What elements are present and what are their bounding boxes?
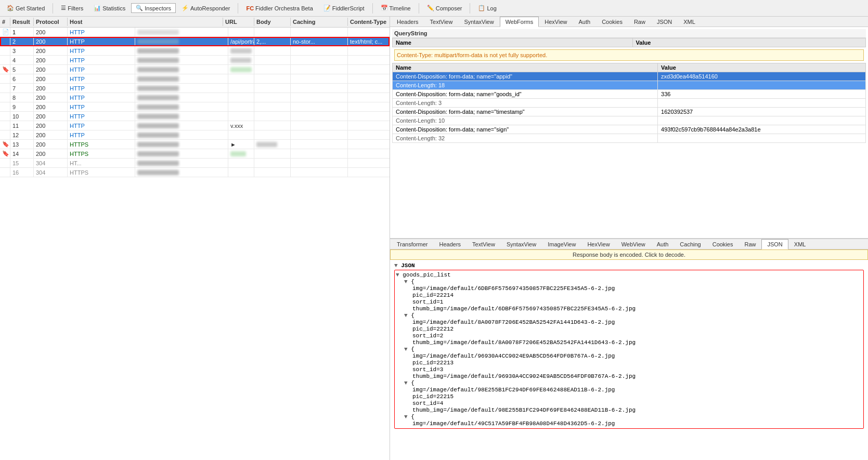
timeline-icon: 📅 xyxy=(381,5,388,11)
json-content: ▼ goods_pic_list ▼ { img=/image/ xyxy=(394,270,864,429)
tab-resp-auth[interactable]: Auth xyxy=(651,239,675,249)
table-row[interactable]: 15 304 HT... xyxy=(0,159,390,168)
fiddler-script-btn[interactable]: 📝 FiddlerScript xyxy=(319,3,369,13)
json-item-0-children: img=/image/default/6DBF6F5756974350857FB… xyxy=(412,285,862,312)
tab-caching[interactable]: Caching xyxy=(674,239,706,249)
json-goods-pic-list-children: ▼ { img=/image/default/6DBF6F57569743508… xyxy=(404,279,862,427)
json-root-label: ▼ JSON xyxy=(394,262,864,269)
tab-webview[interactable]: WebView xyxy=(616,239,651,249)
json-tree: ▼ JSON ▼ goods_pic_list ▼ { xyxy=(390,260,868,461)
right-panel-inner: Headers TextView SyntaxView WebForms Hex… xyxy=(390,17,868,460)
tab-resp-json[interactable]: JSON xyxy=(761,239,788,249)
tab-hexview[interactable]: HexView xyxy=(539,17,573,27)
col-header-url[interactable]: URL xyxy=(223,18,254,26)
fiddler-orchestra-btn[interactable]: FC Fiddler Orchestra Beta xyxy=(241,4,317,13)
session-host xyxy=(135,28,228,36)
table-row[interactable]: 3 200 HTTP xyxy=(0,46,390,56)
form-data-subrow: Content-Length: 18 xyxy=(393,81,866,90)
table-row[interactable]: 6 200 HTTP xyxy=(0,74,390,84)
tab-resp-syntaxview[interactable]: SyntaxView xyxy=(501,239,542,249)
auto-responder-btn[interactable]: ⚡ AutoResponder xyxy=(177,3,235,13)
form-data-name: Content-Disposition: form-data; name="si… xyxy=(393,125,658,134)
log-icon: 📋 xyxy=(478,5,485,11)
form-data-sub-name: Content-Length: 32 xyxy=(393,134,658,143)
form-data-sub-name: Content-Length: 10 xyxy=(393,116,658,125)
tab-resp-textview[interactable]: TextView xyxy=(467,239,501,249)
query-string-table: Name Value xyxy=(392,38,866,47)
form-data-row[interactable]: Content-Disposition: form-data; name="ap… xyxy=(393,72,866,81)
session-icon xyxy=(0,37,10,46)
tab-webforms[interactable]: WebForms xyxy=(500,17,539,27)
tab-resp-cookies[interactable]: Cookies xyxy=(707,239,739,249)
form-data-row[interactable]: Content-Disposition: form-data; name="si… xyxy=(393,125,866,134)
col-header-caching[interactable]: Caching xyxy=(291,18,348,26)
request-panel: Headers TextView SyntaxView WebForms Hex… xyxy=(390,17,868,239)
tab-textview[interactable]: TextView xyxy=(424,17,459,27)
table-row[interactable]: 7 200 HTTP xyxy=(0,84,390,93)
tab-headers[interactable]: Headers xyxy=(391,17,424,27)
sessions-list[interactable]: 📄 1 200 HTTP 2 200 HTTP / xyxy=(0,28,390,460)
table-row[interactable]: 🔖 14 200 HTTPS xyxy=(0,149,390,159)
tab-resp-headers[interactable]: Headers xyxy=(434,239,467,249)
response-panel: Transformer Headers TextView SyntaxView … xyxy=(390,239,868,461)
tab-xml[interactable]: XML xyxy=(678,17,701,27)
response-tab-bar: Transformer Headers TextView SyntaxView … xyxy=(390,239,868,249)
table-row[interactable]: 8 200 HTTP xyxy=(0,93,390,102)
table-row[interactable]: 4 200 HTTP xyxy=(0,56,390,65)
table-row[interactable]: 10 200 HTTP xyxy=(0,112,390,121)
tab-imageview[interactable]: ImageView xyxy=(542,239,581,249)
statistics-icon: 📊 xyxy=(94,5,101,11)
composer-btn[interactable]: ✏️ Composer xyxy=(422,3,467,13)
table-row[interactable]: 2 200 HTTP /api/portrait/goods_detail 2,… xyxy=(0,37,390,46)
tab-json[interactable]: JSON xyxy=(651,17,678,27)
form-data-name: Content-Disposition: form-data; name="ti… xyxy=(393,108,658,116)
session-protocol: HTTP xyxy=(68,37,135,46)
timeline-btn[interactable]: 📅 Timeline xyxy=(376,3,416,13)
table-row[interactable]: 12 200 HTTP xyxy=(0,130,390,140)
json-item-1-children: img=/image/default/8A0078F7206E452BA5254… xyxy=(412,319,862,346)
divider4 xyxy=(419,3,419,14)
get-started-btn[interactable]: 🏠 Get Started xyxy=(2,3,49,13)
response-encoded-bar[interactable]: Response body is encoded. Click to decod… xyxy=(390,249,868,260)
table-row[interactable]: 9 200 HTTP xyxy=(0,102,390,112)
tab-resp-raw[interactable]: Raw xyxy=(739,239,761,249)
table-row[interactable]: 📄 1 200 HTTP xyxy=(0,28,390,37)
tab-raw[interactable]: Raw xyxy=(628,17,651,27)
tab-auth[interactable]: Auth xyxy=(573,17,597,27)
request-content: QueryString Name Value xyxy=(390,27,868,238)
col-header-host[interactable]: Host xyxy=(68,18,223,26)
log-label: Log xyxy=(487,5,496,11)
statistics-btn[interactable]: 📊 Statistics xyxy=(89,3,130,13)
json-goods-pic-list: ▼ goods_pic_list xyxy=(396,272,862,278)
col-header-result[interactable]: Result xyxy=(10,18,34,26)
col-header-content-type[interactable]: Content-Type xyxy=(348,18,390,26)
get-started-label: Get Started xyxy=(16,5,45,11)
json-item-4: ▼ { xyxy=(404,414,862,420)
form-data-value: zxd3d0ea448a514160 xyxy=(658,72,866,81)
session-content-type: text/html; c... xyxy=(348,37,390,46)
filters-btn[interactable]: ☰ Filters xyxy=(56,3,88,13)
session-content-type xyxy=(348,28,390,36)
inspectors-btn[interactable]: 🔍 Inspectors xyxy=(131,3,176,13)
table-row[interactable]: 11 200 HTTP v.xxx xyxy=(0,121,390,130)
col-header-body[interactable]: Body xyxy=(254,18,291,26)
tab-cookies[interactable]: Cookies xyxy=(596,17,628,27)
form-data-row[interactable]: Content-Disposition: form-data; name="ti… xyxy=(393,108,866,116)
form-data-value: 493f02c597cb9b7688444a84e2a3a81e xyxy=(658,125,866,134)
log-btn[interactable]: 📋 Log xyxy=(473,3,501,13)
tab-syntaxview[interactable]: SyntaxView xyxy=(458,17,499,27)
get-started-icon: 🏠 xyxy=(7,5,14,11)
filters-icon: ☰ xyxy=(61,5,66,11)
tab-transformer[interactable]: Transformer xyxy=(391,239,434,249)
col-header-num[interactable]: # xyxy=(0,18,10,26)
tab-resp-xml[interactable]: XML xyxy=(788,239,812,249)
table-row[interactable]: 🔖 13 200 HTTPS ► xyxy=(0,140,390,149)
fiddler-orchestra-label: Fiddler Orchestra Beta xyxy=(255,5,313,11)
table-row[interactable]: 16 304 HTTPS xyxy=(0,168,390,177)
col-header-protocol[interactable]: Protocol xyxy=(34,18,68,26)
tab-resp-hexview[interactable]: HexView xyxy=(581,239,615,249)
form-data-row[interactable]: Content-Disposition: form-data; name="go… xyxy=(393,90,866,99)
auto-responder-icon: ⚡ xyxy=(182,5,189,11)
table-row[interactable]: 🔖 5 200 HTTP xyxy=(0,65,390,74)
collapse-btn[interactable]: ▼ xyxy=(396,272,399,278)
